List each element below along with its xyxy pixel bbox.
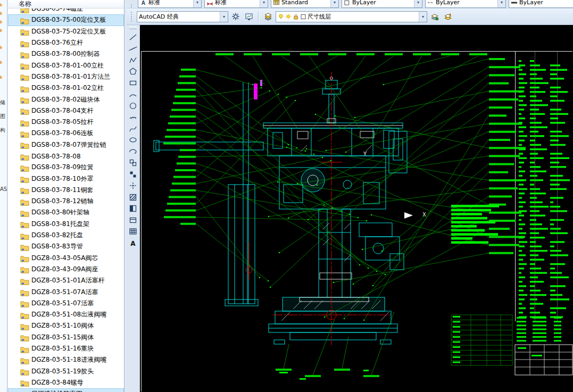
list-item[interactable]: DGS8-03-78-04支杆	[8, 105, 124, 116]
list-item[interactable]: DGS8-03-78-00控制器	[8, 48, 124, 60]
layer-color-swatch[interactable]	[300, 13, 306, 20]
toolbar-grip[interactable]	[131, 4, 133, 9]
list-item[interactable]: DGS8-03-78-09拉簧	[8, 162, 124, 173]
display-settings-button[interactable]	[243, 11, 255, 22]
folder-icon	[20, 299, 29, 307]
multiline-text-tool-button[interactable]: A	[127, 237, 139, 249]
region-tool-button[interactable]	[127, 214, 139, 226]
dim-style-combo[interactable]: 标准▾	[204, 0, 268, 8]
chevron-down-icon[interactable]: ▾	[497, 0, 505, 7]
text-style-combo[interactable]: A标准▾	[138, 0, 202, 8]
revision-cloud-tool-button[interactable]	[127, 112, 139, 123]
layer-freeze-sun-icon[interactable]	[285, 13, 292, 20]
toolbar-grip[interactable]	[131, 12, 133, 21]
list-item[interactable]: DGS8-03-74磁座	[8, 9, 124, 14]
toolbar-grip[interactable]	[129, 27, 137, 29]
list-item[interactable]: DGS8-03-78-01-02立柱	[8, 82, 124, 94]
hatch-tool-button[interactable]	[127, 191, 139, 203]
circle-tool-button[interactable]	[127, 100, 139, 112]
list-item[interactable]: DGS8-03-75-00定位叉板	[8, 14, 124, 26]
layer-properties-button[interactable]	[262, 11, 274, 22]
insert-block-tool-button[interactable]	[127, 157, 139, 169]
ellipse-tool-button[interactable]	[127, 135, 139, 146]
polyline-tool-button[interactable]	[127, 54, 139, 66]
point-tool-button[interactable]	[127, 180, 139, 192]
list-item[interactable]: DGZ8-03-51-19胶头	[8, 366, 124, 377]
list-item[interactable]: DGS8-03-78-08	[8, 151, 124, 162]
make-block-tool-button[interactable]	[127, 169, 139, 180]
favorite-star-icon[interactable]: ★	[0, 74, 3, 81]
construction-line-tool-button[interactable]	[127, 43, 139, 55]
list-item[interactable]: DGZ8-03-43-09A阀座	[8, 264, 124, 275]
list-item[interactable]: DGZ8-03-51-07活塞	[8, 298, 124, 309]
linetype-combo[interactable]: ByLayer▾	[425, 0, 506, 8]
list-item[interactable]: DGS8-03-78-07弹簧拉销	[8, 139, 124, 151]
list-item[interactable]: DGS8-03-75-02定位叉板	[8, 26, 124, 37]
list-item[interactable]: DGZ8-03-51-15阀体	[8, 332, 124, 343]
file-name: DGZ8-03-84螺母	[31, 378, 84, 387]
list-item[interactable]: DGS8-03-82托盘	[8, 230, 124, 241]
chevron-down-icon[interactable]: ▾	[220, 12, 228, 22]
layer-previous-button[interactable]	[442, 11, 454, 22]
line-tool-button[interactable]	[127, 31, 139, 43]
panel-text-fragment: 图	[0, 113, 5, 120]
favorite-star-icon[interactable]: ★	[0, 28, 3, 34]
polygon-tool-button[interactable]	[127, 66, 139, 78]
workspace-combo[interactable]: AutoCAD 经典 ▾	[137, 11, 228, 22]
file-list[interactable]: DGS8-03-74磁座DGS8-03-75-00定位叉板DGS8-03-75-…	[8, 9, 124, 392]
folder-icon	[20, 379, 29, 386]
chevron-down-icon[interactable]: ▾	[260, 0, 268, 7]
chevron-down-icon[interactable]: ▾	[330, 0, 338, 7]
list-item[interactable]: DGZ8-03-51-07A活塞	[8, 286, 124, 297]
list-item[interactable]: DGS8-03-78-01-00立柱	[8, 60, 124, 71]
gradient-tool-button[interactable]	[127, 203, 139, 215]
list-item[interactable]: DGS8-03-76立杆	[8, 37, 124, 48]
workspace-settings-button[interactable]	[230, 11, 242, 22]
layer-combo[interactable]: 尺寸线层 ▾	[276, 11, 427, 22]
panel-text-fragment: 构	[0, 127, 5, 134]
folder-icon	[20, 288, 29, 296]
favorite-star-icon[interactable]: ★	[0, 60, 3, 66]
arc-tool-button[interactable]	[127, 89, 139, 101]
list-item[interactable]: DGZ8-03-43-05A阀芯	[8, 253, 124, 264]
list-item[interactable]: DGS8-03-78-12销轴	[8, 196, 124, 207]
list-item[interactable]: DGZ8-03-51-10阀体	[8, 320, 124, 331]
list-item[interactable]: DGZ8-03-51-01A活塞杆	[8, 275, 124, 286]
list-item[interactable]: DGZ8-03-51-16重块	[8, 343, 124, 354]
folder-icon	[20, 153, 29, 160]
layer-lock-icon[interactable]	[293, 13, 299, 20]
chevron-down-icon[interactable]: ▾	[414, 0, 422, 7]
list-item[interactable]: DGS8-03-78-06连板	[8, 128, 124, 139]
list-item[interactable]: DGZ8-03-84螺母	[8, 377, 124, 388]
ellipse-arc-tool-button[interactable]	[127, 146, 139, 157]
drawing-canvas[interactable]: Y X	[140, 25, 573, 392]
list-item[interactable]: DGZ8-03-51-18进液阀嘴	[8, 354, 124, 365]
spline-tool-button[interactable]	[127, 123, 139, 135]
layer-on-bulb-icon[interactable]	[278, 13, 284, 20]
list-item[interactable]: DGZ8-03-51-08出液阀嘴	[8, 309, 124, 320]
list-item[interactable]: 日照速涂机胶壳图	[8, 388, 124, 392]
name-column-header[interactable]: 名称	[8, 0, 124, 9]
table-style-combo[interactable]: Standard▾	[271, 0, 339, 8]
favorite-star-icon[interactable]: ★	[0, 2, 3, 9]
list-item[interactable]: DGS8-03-78-05拉杆	[8, 116, 124, 128]
chevron-down-icon[interactable]: ▾	[419, 12, 427, 22]
list-item[interactable]: DGS8-03-80针架轴	[8, 207, 124, 218]
favorite-star-icon[interactable]: ★	[0, 45, 3, 51]
favorite-star-icon[interactable]: ★	[0, 19, 3, 26]
list-item[interactable]: DGS8-03-81托盘架	[8, 219, 124, 230]
list-item[interactable]: DGS8-03-78-02磁块体	[8, 94, 124, 105]
parts-list-table	[519, 60, 570, 318]
list-item[interactable]: DGS8-03-78-10外罩	[8, 173, 124, 184]
rectangle-tool-button[interactable]	[127, 77, 139, 89]
lineweight-combo[interactable]: ByLayer▾	[509, 0, 573, 8]
layer-states-button[interactable]	[429, 11, 441, 22]
favorite-star-icon[interactable]: ★	[0, 11, 3, 17]
list-item[interactable]: DGS8-03-78-01-01方法兰	[8, 71, 124, 82]
list-item[interactable]: DGS8-03-78-11铜套	[8, 185, 124, 196]
polyline-icon	[129, 56, 137, 64]
color-combo[interactable]: ByLayer▾	[342, 0, 422, 8]
chevron-down-icon[interactable]: ▾	[193, 0, 201, 7]
list-item[interactable]: DGS8-03-83导管	[8, 241, 124, 252]
table-tool-button[interactable]	[127, 226, 139, 238]
